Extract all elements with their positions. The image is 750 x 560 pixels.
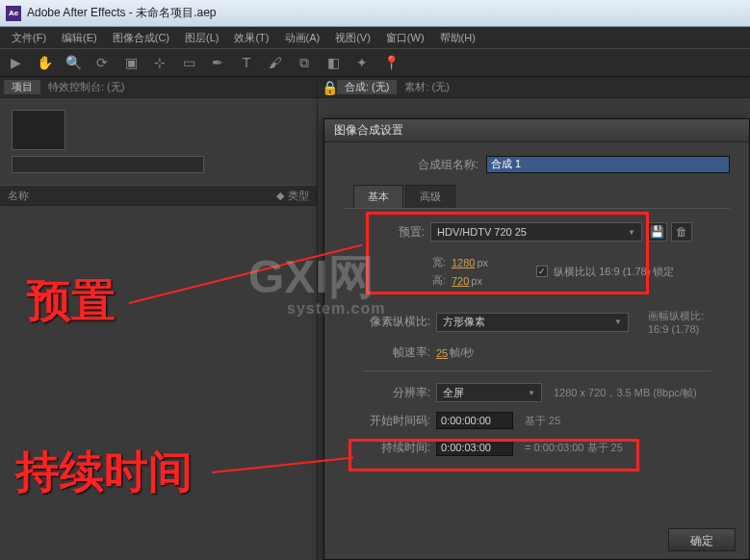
par-value: 方形像素 xyxy=(443,315,485,329)
pin-tool-icon[interactable]: 📍 xyxy=(381,53,401,72)
resolution-value: 全屏 xyxy=(443,386,464,400)
height-unit: px xyxy=(471,275,482,287)
par-label: 像素纵横比: xyxy=(363,314,430,330)
label-icon[interactable]: ◆ xyxy=(276,190,284,202)
height-label: 高: xyxy=(401,273,446,288)
eraser-tool-icon[interactable]: ◧ xyxy=(323,53,343,72)
menu-composition[interactable]: 图像合成(C) xyxy=(105,31,177,45)
preset-label: 预置: xyxy=(386,224,425,241)
stamp-tool-icon[interactable]: ⧉ xyxy=(295,53,314,72)
duration-input[interactable]: 0:00:03:00 xyxy=(436,439,513,456)
frame-aspect-label: 画幅纵横比: xyxy=(648,309,704,323)
fps-value[interactable]: 25 xyxy=(436,347,448,359)
window-title: Adobe After Effects - 未命名项目.aep xyxy=(27,5,217,21)
preset-save-button[interactable]: 💾 xyxy=(646,222,667,242)
project-search-input[interactable] xyxy=(12,156,204,173)
lock-aspect-checkbox[interactable]: ✓ xyxy=(536,266,548,277)
camera-tool-icon[interactable]: ▣ xyxy=(121,53,141,72)
resolution-label: 分辨率: xyxy=(363,385,430,401)
duration-label: 持续时间: xyxy=(363,440,430,456)
menu-bar: 文件(F) 编辑(E) 图像合成(C) 图层(L) 效果(T) 动画(A) 视图… xyxy=(0,27,750,48)
chevron-down-icon: ▼ xyxy=(628,228,635,237)
toolbar: ▶ ✋ 🔍 ⟳ ▣ ⊹ ▭ ✒ T 🖌 ⧉ ◧ ✦ 📍 xyxy=(0,48,750,77)
selection-tool-icon[interactable]: ▶ xyxy=(6,53,25,72)
rect-tool-icon[interactable]: ▭ xyxy=(179,53,198,72)
col-name[interactable]: 名称 xyxy=(8,189,29,203)
comp-name-label: 合成组名称: xyxy=(411,157,478,173)
pen-tool-icon[interactable]: ✒ xyxy=(208,53,227,72)
window-titlebar: Ae Adobe After Effects - 未命名项目.aep xyxy=(0,0,750,27)
text-tool-icon[interactable]: T xyxy=(237,53,256,72)
resolution-info: 1280 x 720，3.5 MB (8bpc/帧) xyxy=(554,386,697,400)
width-unit: px xyxy=(477,257,488,268)
duration-info: = 0:00:03:00 基于 25 xyxy=(525,441,623,455)
annotation-label-duration: 持续时间 xyxy=(15,443,193,502)
zoom-tool-icon[interactable]: 🔍 xyxy=(64,53,83,72)
tab-project[interactable]: 项目 xyxy=(4,80,40,94)
menu-layer[interactable]: 图层(L) xyxy=(177,31,226,45)
fps-label: 帧速率: xyxy=(363,344,430,361)
par-dropdown[interactable]: 方形像素 ▼ xyxy=(436,313,629,332)
frame-aspect-value: 16:9 (1.78) xyxy=(648,323,704,335)
menu-edit[interactable]: 编辑(E) xyxy=(54,31,105,45)
preset-dropdown[interactable]: HDV/HDTV 720 25 ▼ xyxy=(430,222,642,242)
menu-file[interactable]: 文件(F) xyxy=(4,31,54,45)
hand-tool-icon[interactable]: ✋ xyxy=(35,53,54,72)
menu-effect[interactable]: 效果(T) xyxy=(226,31,276,45)
comp-name-input[interactable]: 合成 1 xyxy=(486,156,730,173)
height-value[interactable]: 720 xyxy=(452,275,469,287)
rotate-tool-icon[interactable]: ⟳ xyxy=(92,53,112,72)
fps-unit: 帧/秒 xyxy=(450,345,474,360)
ok-button[interactable]: 确定 xyxy=(668,528,736,551)
resolution-dropdown[interactable]: 全屏 ▼ xyxy=(436,383,542,402)
menu-help[interactable]: 帮助(H) xyxy=(432,31,483,45)
start-timecode-label: 开始时间码: xyxy=(363,413,430,429)
lock-aspect-label: 纵横比以 16:9 (1.78) 锁定 xyxy=(554,265,674,279)
project-thumbnail xyxy=(12,110,65,150)
dialog-title: 图像合成设置 xyxy=(324,119,749,142)
tab-effect-controls[interactable]: 特效控制台: (无) xyxy=(40,80,132,94)
tab-basic[interactable]: 基本 xyxy=(353,185,403,208)
menu-animation[interactable]: 动画(A) xyxy=(277,31,328,45)
brush-tool-icon[interactable]: 🖌 xyxy=(266,53,285,72)
anchor-tool-icon[interactable]: ⊹ xyxy=(150,53,169,72)
menu-view[interactable]: 视图(V) xyxy=(327,31,378,45)
preset-delete-button[interactable]: 🗑 xyxy=(671,222,692,242)
start-timecode-input[interactable]: 0:00:00:00 xyxy=(436,412,513,429)
tab-footage[interactable]: 素材: (无) xyxy=(397,80,456,94)
composition-settings-dialog: 图像合成设置 合成组名称: 合成 1 基本 高级 预置: HDV/HDTV 72… xyxy=(323,118,750,560)
tab-advanced[interactable]: 高级 xyxy=(405,185,455,208)
start-timecode-info: 基于 25 xyxy=(525,414,560,428)
width-value[interactable]: 1280 xyxy=(452,257,475,268)
col-type[interactable]: 类型 xyxy=(288,189,309,203)
tab-composition[interactable]: 合成: (无) xyxy=(337,80,397,94)
lock-icon[interactable]: 🔒 xyxy=(322,78,337,97)
annotation-label-preset: 预置 xyxy=(27,271,116,331)
menu-window[interactable]: 窗口(W) xyxy=(378,31,432,45)
width-label: 宽: xyxy=(401,255,446,269)
chevron-down-icon: ▼ xyxy=(528,389,535,397)
chevron-down-icon: ▼ xyxy=(614,318,622,326)
preset-value: HDV/HDTV 720 25 xyxy=(437,226,527,238)
roto-tool-icon[interactable]: ✦ xyxy=(352,53,372,72)
app-icon: Ae xyxy=(6,6,21,21)
